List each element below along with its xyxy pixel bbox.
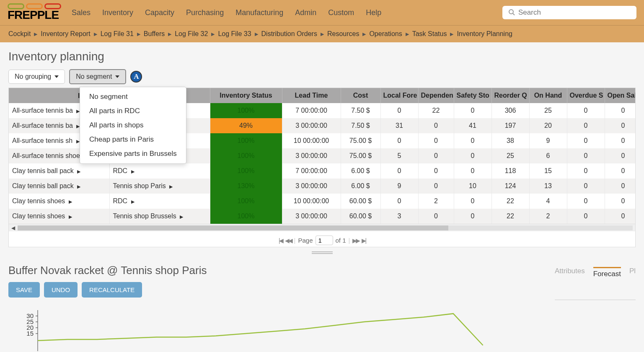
breadcrumb-item[interactable]: Operations bbox=[369, 30, 402, 38]
main-nav: SalesInventoryCapacityPurchasingManufact… bbox=[72, 8, 381, 17]
cell-opensales: 0 bbox=[605, 148, 636, 163]
cell-item[interactable]: Clay tennis ball pack ▶ bbox=[9, 163, 109, 179]
pager-last-icon[interactable]: ▶| bbox=[362, 237, 365, 244]
cell-cost: 60.00 $ bbox=[341, 194, 380, 209]
chevron-right-icon: ▶ bbox=[34, 31, 37, 37]
dropdown-item[interactable]: Expensive parts in Brussels bbox=[80, 147, 186, 161]
breadcrumb-item[interactable]: Inventory Planning bbox=[457, 30, 512, 38]
cell-onhand: 25 bbox=[529, 103, 567, 118]
cell-lead: 3 00:00:00 bbox=[282, 209, 341, 224]
cell-onhand: 13 bbox=[529, 179, 567, 194]
cell-overdue: 0 bbox=[567, 133, 605, 148]
column-header[interactable]: Cost bbox=[341, 88, 380, 103]
caret-right-icon: ▶ bbox=[69, 199, 72, 204]
pager-page-input[interactable] bbox=[316, 236, 333, 245]
cell-dependent: 2 bbox=[418, 194, 454, 209]
nav-custom[interactable]: Custom bbox=[328, 8, 354, 17]
breadcrumb-item[interactable]: Cockpit bbox=[8, 30, 31, 38]
column-header[interactable]: Lead Time bbox=[282, 88, 341, 103]
column-header[interactable]: Reorder Q bbox=[491, 88, 529, 103]
grouping-label: No grouping bbox=[15, 73, 51, 80]
dropdown-item[interactable]: All parts in RDC bbox=[80, 104, 186, 118]
horizontal-scrollbar[interactable]: ◀ bbox=[9, 224, 635, 231]
nav-inventory[interactable]: Inventory bbox=[102, 8, 133, 17]
table-row[interactable]: Clay tennis shoes ▶Tennis shop Brussels … bbox=[9, 209, 636, 224]
cell-status: 130% bbox=[210, 179, 282, 194]
pager-page-label: Page bbox=[298, 237, 313, 244]
recalculate-button[interactable]: RECALCULATE bbox=[82, 282, 142, 298]
nav-capacity[interactable]: Capacity bbox=[145, 8, 174, 17]
cell-lead: 3 00:00:00 bbox=[282, 118, 341, 133]
column-header[interactable]: Safety Sto bbox=[454, 88, 491, 103]
nav-manufacturing[interactable]: Manufacturing bbox=[235, 8, 283, 17]
chevron-right-icon: ▶ bbox=[94, 31, 97, 37]
table-row[interactable]: Clay tennis ball pack ▶Tennis shop Paris… bbox=[9, 179, 636, 194]
resize-handle[interactable] bbox=[8, 250, 636, 256]
pager-first-icon[interactable]: |◀ bbox=[279, 237, 282, 244]
chevron-right-icon: ▶ bbox=[211, 31, 215, 37]
cell-safetystock: 0 bbox=[454, 133, 491, 148]
save-button[interactable]: SAVE bbox=[8, 282, 40, 298]
column-header[interactable]: Overdue S bbox=[567, 88, 605, 103]
cell-cost: 6.00 $ bbox=[341, 163, 380, 179]
cell-localforecast: 0 bbox=[380, 194, 418, 209]
tab-forecast[interactable]: Forecast bbox=[593, 267, 621, 297]
column-header[interactable]: Open Sale bbox=[605, 88, 636, 103]
nav-admin[interactable]: Admin bbox=[295, 8, 316, 17]
breadcrumb-item[interactable]: Inventory Report bbox=[41, 30, 90, 38]
column-header[interactable]: On Hand bbox=[529, 88, 567, 103]
nav-purchasing[interactable]: Purchasing bbox=[186, 8, 224, 17]
search-box[interactable] bbox=[502, 6, 636, 19]
cell-localforecast: 3 bbox=[380, 209, 418, 224]
breadcrumb-item[interactable]: Distribution Orders bbox=[261, 30, 317, 38]
column-header[interactable]: Dependen bbox=[418, 88, 454, 103]
logo[interactable]: FREPPLE bbox=[8, 3, 61, 22]
breadcrumb-item[interactable]: Task Status bbox=[412, 30, 447, 38]
cell-location[interactable]: RDC ▶ bbox=[109, 163, 210, 179]
cell-opensales: 0 bbox=[605, 103, 636, 118]
nav-sales[interactable]: Sales bbox=[72, 8, 91, 17]
cell-item[interactable]: Clay tennis ball pack ▶ bbox=[9, 179, 109, 194]
cell-safetystock: 10 bbox=[454, 179, 491, 194]
search-input[interactable] bbox=[518, 8, 631, 17]
tab-pl[interactable]: Pl bbox=[629, 267, 636, 297]
dropdown-item[interactable]: Cheap parts in Paris bbox=[80, 132, 186, 147]
chevron-right-icon: ▶ bbox=[137, 31, 140, 37]
cell-lead: 3 00:00:00 bbox=[282, 179, 341, 194]
cell-dependent: 0 bbox=[418, 179, 454, 194]
column-header[interactable]: Inventory Status bbox=[210, 88, 282, 103]
grouping-dropdown[interactable]: No grouping bbox=[8, 70, 65, 84]
cell-reorderqty: 306 bbox=[491, 103, 529, 118]
caret-right-icon: ▶ bbox=[169, 184, 173, 189]
breadcrumb-item[interactable]: Log File 33 bbox=[218, 30, 251, 38]
column-header[interactable]: Local Fore bbox=[380, 88, 418, 103]
dropdown-item[interactable]: All parts in shops bbox=[80, 118, 186, 132]
scroll-left-icon[interactable]: ◀ bbox=[11, 225, 15, 231]
cell-item[interactable]: Clay tennis shoes ▶ bbox=[9, 194, 109, 209]
cell-location[interactable]: Tennis shop Paris ▶ bbox=[109, 179, 210, 194]
cell-lead: 7 00:00:00 bbox=[282, 163, 341, 179]
a-badge-button[interactable]: A bbox=[130, 71, 142, 83]
breadcrumb-item[interactable]: Log File 32 bbox=[175, 30, 208, 38]
cell-location[interactable]: RDC ▶ bbox=[109, 194, 210, 209]
table-row[interactable]: Clay tennis ball pack ▶RDC ▶100%7 00:00:… bbox=[9, 163, 636, 179]
cell-location[interactable]: Tennis shop Brussels ▶ bbox=[109, 209, 210, 224]
cell-onhand: 6 bbox=[529, 148, 567, 163]
breadcrumb-item[interactable]: Log File 31 bbox=[101, 30, 134, 38]
tab-attributes[interactable]: Attributes bbox=[555, 267, 585, 297]
cell-item[interactable]: Clay tennis shoes ▶ bbox=[9, 209, 109, 224]
cell-safetystock: 41 bbox=[454, 118, 491, 133]
pager-prev-icon[interactable]: ◀◀ bbox=[285, 237, 292, 244]
cell-localforecast: 5 bbox=[380, 148, 418, 163]
breadcrumb-item[interactable]: Resources bbox=[327, 30, 359, 38]
nav-help[interactable]: Help bbox=[366, 8, 381, 17]
dropdown-item[interactable]: No segment bbox=[80, 90, 186, 104]
breadcrumb-item[interactable]: Buffers bbox=[144, 30, 165, 38]
table-row[interactable]: Clay tennis shoes ▶RDC ▶100%10 00:00:006… bbox=[9, 194, 636, 209]
pager-next-icon[interactable]: ▶▶ bbox=[352, 237, 359, 244]
cell-status: 100% bbox=[210, 209, 282, 224]
segment-dropdown[interactable]: No segment bbox=[69, 69, 126, 84]
undo-button[interactable]: UNDO bbox=[44, 282, 78, 298]
caret-right-icon: ▶ bbox=[77, 184, 80, 189]
forecast-chart: 15202530 bbox=[8, 307, 636, 352]
